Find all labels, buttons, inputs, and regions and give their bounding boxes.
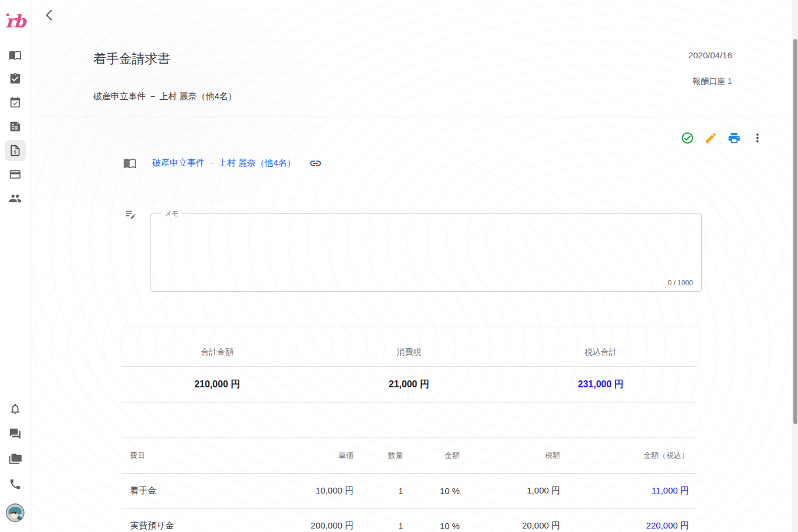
sidebar-nav: $ xyxy=(0,44,30,209)
main-panel: 着手金請求書 破産申立事件 － 上村 麗奈（他4名） 2020/04/16 報酬… xyxy=(32,0,798,532)
col-unit-price: 単価 xyxy=(267,450,354,461)
case-link-row: 破産申立事件 － 上村 麗奈（他4名） xyxy=(123,156,322,170)
chat-icon xyxy=(9,428,22,440)
invoice-toolbar xyxy=(680,131,764,145)
sidebar-item-tasks[interactable] xyxy=(5,68,26,89)
sidebar-item-calendar[interactable] xyxy=(5,92,26,113)
cell-amount: 10 % xyxy=(403,521,460,531)
sidebar-item-notifications[interactable] xyxy=(5,398,26,419)
totals-value-row: 210,000 円 21,000 円 231,000 円 xyxy=(121,366,696,403)
invoice-doc-icon: $ xyxy=(9,144,22,157)
total-incl-tax-value: 231,000 円 xyxy=(505,379,696,391)
cell-item-name: 着手金 xyxy=(121,485,267,496)
page-header: 着手金請求書 破産申立事件 － 上村 麗奈（他4名） 2020/04/16 報酬… xyxy=(32,0,798,117)
sidebar: rb $ xyxy=(0,0,30,532)
logo-dot-icon xyxy=(6,13,9,16)
col-tax: 税額 xyxy=(460,450,560,461)
printer-icon xyxy=(727,131,741,145)
back-button[interactable] xyxy=(43,8,57,22)
scrollbar-thumb[interactable] xyxy=(793,39,797,424)
sidebar-item-folders[interactable] xyxy=(5,449,26,470)
approve-button[interactable] xyxy=(680,131,694,145)
user-avatar[interactable] xyxy=(6,503,24,522)
total-amount-label: 合計金額 xyxy=(121,347,313,366)
memo-char-counter: 0 / 1000 xyxy=(668,279,693,287)
totals-header-row: 合計金額 消費税 税込合計 xyxy=(121,327,696,366)
cell-tax: 20,000 円 xyxy=(460,520,560,531)
svg-text:$: $ xyxy=(14,149,17,155)
edit-button[interactable] xyxy=(704,131,718,145)
check-circle-icon xyxy=(681,131,694,145)
tasks-clipboard-icon xyxy=(9,72,22,85)
cell-amount-incl-tax: 220,000 円 xyxy=(560,520,689,531)
app-root: rb $ xyxy=(0,0,798,532)
chevron-left-icon xyxy=(43,8,57,22)
total-amount-value: 210,000 円 xyxy=(121,379,313,391)
sidebar-item-chat[interactable] xyxy=(5,424,26,444)
cell-tax: 1,000 円 xyxy=(460,485,560,496)
billing-account: 報酬口座 1 xyxy=(692,76,732,87)
table-row[interactable]: 実費預り金 200,000 円 1 10 % 20,000 円 220,000 … xyxy=(121,509,696,532)
table-row[interactable]: 着手金 10,000 円 1 10 % 1,000 円 11,000 円 xyxy=(121,474,696,509)
cell-quantity: 1 xyxy=(354,486,403,496)
cell-quantity: 1 xyxy=(354,521,403,531)
cell-amount-incl-tax: 11,000 円 xyxy=(560,485,689,496)
summary-doc-icon xyxy=(9,120,22,133)
total-incl-tax-label: 税込合計 xyxy=(505,347,696,366)
calendar-check-icon xyxy=(9,96,22,109)
sidebar-item-cases[interactable] xyxy=(5,44,26,65)
pencil-icon xyxy=(704,131,718,145)
credit-card-icon xyxy=(9,168,22,181)
kebab-menu-icon xyxy=(751,131,764,145)
print-button[interactable] xyxy=(727,131,741,145)
members-icon xyxy=(9,192,22,205)
invoice-date: 2020/04/16 xyxy=(688,50,732,60)
sidebar-item-invoices[interactable]: $ xyxy=(5,140,26,161)
tax-value: 21,000 円 xyxy=(313,379,505,391)
table-header-row: 費目 単価 数量 金額 税額 金額（税込） xyxy=(121,438,696,474)
cell-amount: 10 % xyxy=(403,486,460,496)
case-book-icon xyxy=(123,156,136,170)
avatar-image xyxy=(6,503,24,522)
invoice-content: 破産申立事件 － 上村 麗奈（他4名） メモ 0 / 1000 合計金額 消費税… xyxy=(32,117,798,532)
edit-note-icon xyxy=(124,208,137,220)
page-title: 着手金請求書 xyxy=(93,50,170,68)
app-logo[interactable]: rb xyxy=(0,8,30,35)
open-link-icon[interactable] xyxy=(309,157,322,170)
cell-unit-price: 10,000 円 xyxy=(267,485,354,496)
folders-icon xyxy=(9,453,22,466)
cell-item-name: 実費預り金 xyxy=(121,520,267,531)
phone-icon xyxy=(9,478,22,491)
memo-input[interactable] xyxy=(158,220,696,272)
memo-label: メモ xyxy=(162,209,182,219)
vertical-scrollbar xyxy=(792,0,798,532)
tax-label: 消費税 xyxy=(313,347,505,366)
sidebar-item-documents[interactable] xyxy=(5,116,26,137)
col-quantity: 数量 xyxy=(354,450,403,461)
col-item: 費目 xyxy=(121,450,267,461)
cell-unit-price: 200,000 円 xyxy=(267,520,354,531)
line-items-table: 費目 単価 数量 金額 税額 金額（税込） 着手金 10,000 円 1 10 … xyxy=(121,438,696,532)
col-amount: 金額 xyxy=(403,450,460,461)
case-link[interactable]: 破産申立事件 － 上村 麗奈（他4名） xyxy=(152,158,296,169)
notifications-bell-icon xyxy=(9,402,22,415)
page-subtitle: 破産申立事件 － 上村 麗奈（他4名） xyxy=(93,91,237,102)
menu-book-icon xyxy=(9,48,22,61)
sidebar-item-members[interactable] xyxy=(5,188,26,209)
sidebar-bottom xyxy=(0,398,30,522)
sidebar-item-accounting[interactable] xyxy=(5,164,26,185)
memo-field: メモ 0 / 1000 xyxy=(150,209,702,292)
col-amount-incl-tax: 金額（税込） xyxy=(560,450,689,461)
more-options-button[interactable] xyxy=(750,131,764,145)
totals-summary: 合計金額 消費税 税込合計 210,000 円 21,000 円 231,000… xyxy=(121,327,696,403)
sidebar-item-phone[interactable] xyxy=(5,474,26,495)
